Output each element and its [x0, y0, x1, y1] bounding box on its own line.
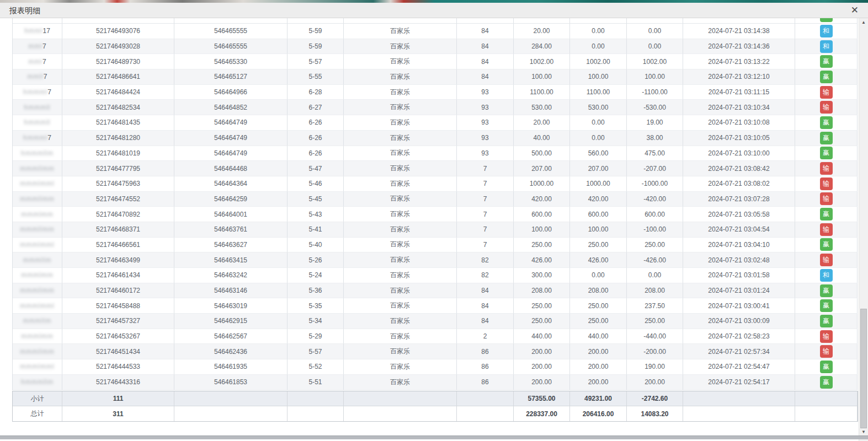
cell-bet-amount: 250.00 — [514, 314, 570, 329]
cell-order-id: 521746493076 — [62, 24, 174, 39]
result-badge: 输 — [820, 86, 833, 99]
result-badge: 输 — [820, 254, 833, 266]
cell-time: 2024-07-21 03:10:34 — [683, 100, 795, 115]
blurred-username: mmmlmm — [21, 332, 54, 340]
blurred-username: mmmlmml — [20, 363, 54, 370]
cell-round: 5-36 — [287, 283, 344, 299]
cell-bet-amount: 100.00 — [514, 222, 570, 238]
cell-game: 百家乐 — [344, 314, 457, 329]
cell-result: 输 — [795, 252, 858, 268]
cell-round-id: 546464259 — [174, 192, 287, 207]
cell-time: 2024-07-21 02:54:47 — [683, 359, 795, 375]
cell-valid-amount: 0.00 — [570, 268, 627, 283]
cell-result: 赢 — [795, 298, 858, 314]
blurred-username: mmmllm — [23, 317, 51, 325]
cell-round: 5-55 — [287, 69, 344, 85]
cell-round-id: 546465127 — [174, 69, 287, 85]
cell-order-id: 521746475963 — [62, 176, 174, 192]
cell-round: 5-46 — [287, 176, 344, 192]
cell-time: 2024-07-21 03:13:22 — [683, 54, 795, 69]
cell-result — [795, 18, 858, 24]
summary-label: 总计 — [13, 406, 62, 421]
cell-round-id: 546461935 — [174, 359, 287, 375]
cell-order-id: 521746468371 — [62, 222, 174, 238]
vertical-scrollbar[interactable]: ▲ ▼ — [859, 18, 868, 441]
cell-win-loss: 190.00 — [627, 359, 683, 375]
cell-username: hmmmllm — [13, 146, 62, 162]
cell-valid-amount: 600.00 — [570, 207, 627, 222]
cell-table-no — [457, 18, 514, 24]
cell-game: 百家乐 — [344, 54, 457, 69]
cell-round — [287, 18, 344, 24]
cell-valid-amount: 0.00 — [570, 39, 627, 55]
result-badge: 输 — [820, 330, 833, 343]
blurred-username: mml — [28, 42, 42, 50]
cell-table-no: 84 — [457, 298, 514, 314]
table-row: mmmlmm 521746453267 546462567 5-29 百家乐 2… — [13, 329, 858, 345]
cell-round: 5-59 — [287, 39, 344, 55]
blurred-username: mmmllmm — [20, 225, 54, 233]
result-badge: 输 — [820, 192, 833, 205]
cell-order-id: 521746484424 — [62, 85, 174, 100]
cell-table-no: 84 — [457, 69, 514, 85]
cell-win-loss: -426.00 — [627, 252, 683, 268]
cell-username: mml7 — [13, 39, 62, 55]
table-row: mmmlmm 521746470892 546464001 5-43 百家乐 7… — [13, 207, 858, 222]
cell-valid-amount: 426.00 — [570, 252, 627, 268]
cell-result: 赢 — [795, 314, 858, 329]
cell-table-no: 84 — [457, 283, 514, 299]
cell-username: mmmlmm — [13, 207, 62, 222]
blurred-username: hmmml — [23, 88, 47, 96]
cell-time: 2024-07-21 03:10:05 — [683, 131, 795, 146]
cell-time: 2024-07-21 03:05:58 — [683, 207, 795, 222]
cell-username: mmmllm — [13, 252, 62, 268]
cell-order-id: 521746443316 — [62, 375, 174, 390]
cell-win-loss — [627, 18, 683, 24]
cell-table-no: 84 — [457, 24, 514, 39]
cell-round-id: 546463761 — [174, 222, 287, 238]
scroll-up-icon[interactable]: ▲ — [859, 20, 868, 25]
result-badge: 和 — [820, 40, 833, 53]
cell-username: mmmllmm — [13, 344, 62, 359]
result-badge: 赢 — [820, 116, 833, 129]
cell-time: 2024-07-21 03:02:48 — [683, 252, 795, 268]
cell-bet-amount: 40.00 — [514, 131, 570, 146]
table-row: hmmmll 521746481435 546464749 6-26 百家乐 9… — [13, 115, 858, 131]
close-icon[interactable]: ✕ — [851, 4, 859, 17]
cell-username — [13, 18, 62, 24]
cell-round-id: 546462567 — [174, 329, 287, 345]
cell-win-loss: 1002.00 — [627, 54, 683, 69]
blurred-username: mml — [28, 58, 42, 66]
cell-round: 6-28 — [287, 85, 344, 100]
scrollbar-thumb[interactable] — [860, 309, 867, 428]
cell-game: 百家乐 — [344, 252, 457, 268]
cell-bet-amount: 20.00 — [514, 115, 570, 131]
bottom-scrollbar-track[interactable] — [0, 435, 868, 439]
cell-table-no: 93 — [457, 131, 514, 146]
cell-round: 5-57 — [287, 344, 344, 359]
cell-round-id: 546462915 — [174, 314, 287, 329]
cell-order-id: 521746466561 — [62, 238, 174, 253]
cell-valid-amount: 0.00 — [570, 131, 627, 146]
summary-row: 小计 111 57355.00 49231.00 -2742.60 — [13, 391, 858, 406]
cell-order-id: 521746481019 — [62, 146, 174, 162]
cell-order-id: 521746451434 — [62, 344, 174, 359]
blurred-username: hmmmll — [24, 119, 51, 126]
blurred-username: hmml — [24, 27, 42, 35]
cell-round: 5-24 — [287, 268, 344, 283]
cell-round: 5-57 — [287, 54, 344, 69]
cell-result: 和 — [795, 268, 858, 283]
result-badge: 赢 — [820, 208, 833, 220]
table-row: mmmllmm 521746468371 546463761 5-41 百家乐 … — [13, 222, 858, 238]
cell-round: 5-29 — [287, 329, 344, 345]
cell-table-no: 7 — [457, 207, 514, 222]
cell-win-loss: 19.00 — [627, 115, 683, 131]
cell-valid-amount: 560.00 — [570, 146, 627, 162]
cell-win-loss: 250.00 — [627, 314, 683, 329]
cell-username: hmmmllm — [13, 375, 62, 390]
cell-bet-amount: 500.00 — [514, 146, 570, 162]
cell-bet-amount: 530.00 — [514, 100, 570, 115]
cell-table-no: 93 — [457, 146, 514, 162]
cell-round-id: 546462436 — [174, 344, 287, 359]
scroll-down-icon[interactable]: ▼ — [859, 429, 868, 434]
